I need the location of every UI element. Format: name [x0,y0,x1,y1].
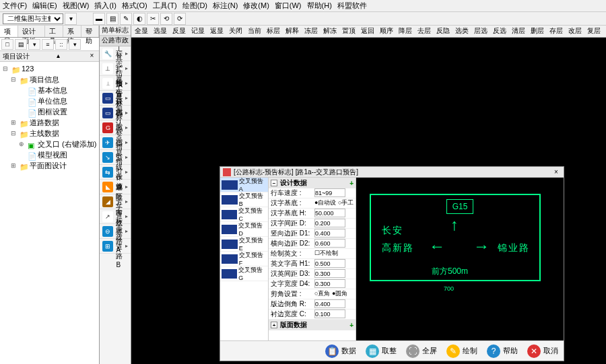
tb-icon[interactable]: ⟳ [174,13,186,25]
dialog-titlebar[interactable]: [公路标志-预告标志] [路1a--交叉路口预告] × [220,167,564,178]
tree-node[interactable]: 单位信息 [38,96,67,106]
tree-node[interactable]: 交叉口 (右键添加) [38,139,96,149]
canvas-tb-button[interactable]: 去层 [415,26,433,37]
param-input[interactable] [314,239,345,248]
canvas-tb-button[interactable]: 冻层 [302,26,320,37]
footer-button-取整[interactable]: ▦取整 [366,344,397,358]
param-input[interactable] [314,229,345,238]
canvas-tb-button[interactable]: 记显 [189,26,207,37]
category-item[interactable]: ◣作 业 区▸ [100,180,131,194]
param-input[interactable] [314,259,345,268]
param-input[interactable] [314,279,345,288]
menu-item[interactable]: 视图(W) [63,1,90,11]
menu-item[interactable]: 编辑(E) [32,1,57,11]
tb-icon[interactable]: ▾ [65,13,77,25]
category-item[interactable]: ▭预告标志▸ [100,91,131,106]
canvas-tb-button[interactable]: 删层 [529,26,546,37]
canvas-tb-button[interactable]: 返回 [359,26,376,37]
category-item[interactable]: ✈地点指引▸ [100,135,131,150]
canvas-tb-button[interactable]: 返显 [208,26,226,37]
tb-icon[interactable]: ✂ [147,13,159,25]
canvas-tb-button[interactable]: 存层 [547,26,565,37]
left-tab[interactable]: 工具 [45,26,63,37]
category-item[interactable]: ⊞市政道路B▸ [100,239,131,254]
canvas-tb-button[interactable]: 解冻 [321,26,339,37]
param-value[interactable] [313,269,356,279]
canvas-tb-button[interactable]: 解释 [283,26,301,37]
tree-node[interactable]: 道路数据 [30,117,59,128]
canvas-tb-button[interactable]: 顺序 [378,26,395,37]
menu-item[interactable]: 标注(N) [213,1,238,11]
footer-button-绘制[interactable]: ✎绘制 [446,344,477,358]
footer-button-全屏[interactable]: ⛶全屏 [406,344,437,358]
footer-button-数据[interactable]: 📋数据 [325,344,356,358]
tree-node[interactable]: 图框设置 [38,106,67,117]
dialog-template-list[interactable]: 交叉预告A交叉预告B交叉预告C交叉预告D交叉预告E交叉预告F交叉预告G [220,178,269,340]
template-item[interactable]: 交叉预告B [220,192,268,207]
param-input[interactable] [314,310,345,318]
tree-node[interactable]: 主线数据 [30,128,59,139]
canvas-tb-button[interactable]: 清层 [510,26,527,37]
tree-node[interactable]: 模型视图 [38,149,67,160]
close-icon[interactable]: × [551,168,561,176]
canvas-tb-button[interactable]: 反隐 [434,26,452,37]
template-item[interactable]: 交叉预告G [220,266,268,281]
param-value[interactable]: ●自动设 ○手工设 [313,198,356,208]
template-item[interactable]: 交叉预告D [220,222,268,237]
param-value[interactable] [313,279,356,289]
tb-icon[interactable]: ⟲ [160,13,172,25]
expand-icon[interactable]: + [271,322,277,328]
tb-plus-icon[interactable]: ▾ [28,39,40,50]
add-icon[interactable]: + [349,322,354,329]
tree-node[interactable]: 平面图设计 [30,160,67,171]
canvas-tb-button[interactable]: 降层 [397,26,414,37]
canvas-tb-button[interactable]: 反显 [170,26,188,37]
param-value[interactable] [313,229,356,238]
canvas-tb-button[interactable]: 选显 [152,26,169,37]
left-tab[interactable]: 设计面板 [18,26,45,37]
left-tab[interactable]: 帮助 [81,26,100,37]
tb-new-icon[interactable]: □ [1,39,13,50]
canvas-tb-button[interactable]: 反选 [491,26,508,37]
collapse-icon[interactable]: − [271,180,277,186]
menu-item[interactable]: 修改(M) [243,1,269,11]
canvas-tb-button[interactable]: 改层 [566,26,584,37]
footer-button-取消[interactable]: ✕取消 [527,344,558,358]
menu-item[interactable]: 窗口(W) [275,1,302,11]
tb-chev-icon[interactable]: ▾ [69,39,81,50]
tb-list-icon[interactable]: ▤ [15,39,27,50]
tb-grid2-icon[interactable]: :: [55,39,67,50]
template-item[interactable]: 交叉预告E [220,237,268,252]
dialog-param-grid[interactable]: −设计数据+行车速度 :汉字基底 :●自动设 ○手工设汉字基底 H:汉字间距 D… [269,178,356,340]
add-icon[interactable]: + [349,180,354,187]
category-item[interactable]: ⊖市政道路A▸ [100,224,131,239]
template-item[interactable]: 交叉预告C [220,207,268,222]
param-input[interactable] [314,209,345,217]
category-item[interactable]: ◢避险车道▸ [100,194,131,209]
left-tab[interactable]: 项目 [0,26,18,37]
footer-button-帮助[interactable]: ?帮助 [487,344,518,358]
menu-item[interactable]: 帮助(H) [307,1,332,11]
canvas-tb-button[interactable]: 当前 [246,26,263,37]
tb-grid-icon[interactable]: ≡ [42,39,54,50]
param-value[interactable] [313,219,356,228]
canvas-tb-button[interactable]: 置顶 [340,26,358,37]
tree-root[interactable]: 123 [22,63,34,74]
left-tab[interactable]: 系统 [63,26,81,37]
canvas-tb-button[interactable]: 标层 [265,26,282,37]
category-item[interactable]: ⊥标志结构▸ [100,61,131,76]
mid-tab[interactable]: 公路市政 [100,36,131,46]
tree-node[interactable]: 基本信息 [38,85,67,96]
menu-item[interactable]: 科盟软件 [337,1,367,11]
param-value[interactable] [313,188,356,198]
menu-item[interactable]: 格式(O) [122,1,147,11]
param-input[interactable] [314,219,345,227]
param-value[interactable] [313,239,356,248]
param-value[interactable] [313,299,356,309]
panel-close-icon[interactable]: × [87,52,96,61]
panel-collapse-icon[interactable]: ▴ [54,52,63,61]
project-tree[interactable]: ⊟📁123 ⊟📁项目信息 📄基本信息 📄单位信息 📄图框设置 ⊞📁道路数据 ⊟📁… [0,62,99,364]
layer-combo[interactable]: 二维集图与主解 [3,13,63,24]
canvas-tb-button[interactable]: 全显 [133,26,150,37]
param-value[interactable] [313,259,356,268]
